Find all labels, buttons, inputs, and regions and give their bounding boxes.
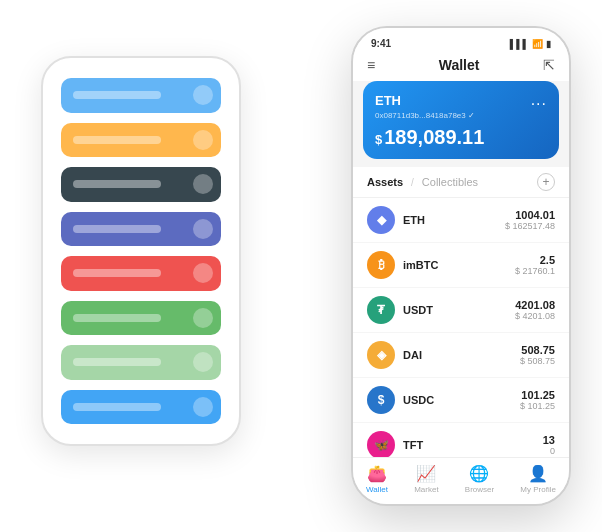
asset-item-imbtc[interactable]: ₿ imBTC 2.5 $ 21760.1	[353, 243, 569, 288]
eth-card-dots[interactable]: ...	[531, 91, 547, 109]
wifi-icon: 📶	[532, 39, 543, 49]
eth-balance: $189,089.11	[375, 126, 547, 149]
imbtc-logo: ₿	[367, 251, 395, 279]
menu-icon[interactable]: ≡	[367, 57, 375, 73]
market-nav-icon: 📈	[416, 464, 436, 483]
eth-amount: 1004.01	[505, 209, 555, 221]
dai-amounts: 508.75 $ 508.75	[520, 344, 555, 366]
dai-amount: 508.75	[520, 344, 555, 356]
browser-nav-icon: 🌐	[469, 464, 489, 483]
asset-item-eth[interactable]: ◆ ETH 1004.01 $ 162517.48	[353, 198, 569, 243]
bg-card-text-4	[73, 225, 161, 233]
market-nav-label: Market	[414, 485, 438, 494]
bg-card-text-5	[73, 269, 161, 277]
tft-logo: 🦋	[367, 431, 395, 457]
bg-card-text-2	[73, 136, 161, 144]
bg-card-8	[61, 390, 221, 425]
asset-item-usdc[interactable]: $ USDC 101.25 $ 101.25	[353, 378, 569, 423]
nav-profile[interactable]: 👤 My Profile	[520, 464, 556, 494]
bg-card-icon-2	[193, 130, 213, 150]
status-bar: 9:41 ▌▌▌ 📶 ▮	[353, 28, 569, 53]
usdc-usd: $ 101.25	[520, 401, 555, 411]
wallet-title: Wallet	[439, 57, 480, 73]
status-icons: ▌▌▌ 📶 ▮	[510, 39, 551, 49]
imbtc-usd: $ 21760.1	[515, 266, 555, 276]
tab-collectibles[interactable]: Collectibles	[422, 176, 478, 188]
bg-card-2	[61, 123, 221, 158]
eth-amounts: 1004.01 $ 162517.48	[505, 209, 555, 231]
nav-browser[interactable]: 🌐 Browser	[465, 464, 494, 494]
bg-card-icon-4	[193, 219, 213, 239]
asset-name-eth: ETH	[403, 214, 505, 226]
bg-card-icon-5	[193, 263, 213, 283]
status-time: 9:41	[371, 38, 391, 49]
asset-list: ◆ ETH 1004.01 $ 162517.48 ₿ imBTC 2.5 $ …	[353, 198, 569, 457]
bg-card-icon-6	[193, 308, 213, 328]
scene: 9:41 ▌▌▌ 📶 ▮ ≡ Wallet ⇱ ETH ... 0x08711d…	[21, 16, 581, 516]
eth-balance-value: 189,089.11	[384, 126, 484, 148]
eth-dollar-sign: $	[375, 132, 382, 147]
asset-name-dai: DAI	[403, 349, 520, 361]
bg-card-icon-3	[193, 174, 213, 194]
tab-divider: /	[411, 177, 414, 188]
eth-card-header: ETH ...	[375, 91, 547, 109]
add-asset-button[interactable]: +	[537, 173, 555, 191]
dai-logo: ◈	[367, 341, 395, 369]
usdt-usd: $ 4201.08	[515, 311, 555, 321]
phone-header: ≡ Wallet ⇱	[353, 53, 569, 81]
asset-name-usdt: USDT	[403, 304, 515, 316]
eth-card[interactable]: ETH ... 0x08711d3b...8418a78e3 ✓ $189,08…	[363, 81, 559, 159]
tft-amounts: 13 0	[543, 434, 555, 456]
usdc-amounts: 101.25 $ 101.25	[520, 389, 555, 411]
bg-card-7	[61, 345, 221, 380]
asset-name-imbtc: imBTC	[403, 259, 515, 271]
eth-usd: $ 162517.48	[505, 221, 555, 231]
bg-card-text-7	[73, 358, 161, 366]
usdt-logo: ₮	[367, 296, 395, 324]
usdt-amount: 4201.08	[515, 299, 555, 311]
wallet-nav-label: Wallet	[366, 485, 388, 494]
bg-card-text-3	[73, 180, 161, 188]
bg-card-text-8	[73, 403, 161, 411]
usdt-amounts: 4201.08 $ 4201.08	[515, 299, 555, 321]
usdc-amount: 101.25	[520, 389, 555, 401]
imbtc-amount: 2.5	[515, 254, 555, 266]
profile-nav-icon: 👤	[528, 464, 548, 483]
tft-amount: 13	[543, 434, 555, 446]
tft-usd: 0	[543, 446, 555, 456]
foreground-phone: 9:41 ▌▌▌ 📶 ▮ ≡ Wallet ⇱ ETH ... 0x08711d…	[351, 26, 571, 506]
bg-card-icon-7	[193, 352, 213, 372]
nav-wallet[interactable]: 👛 Wallet	[366, 464, 388, 494]
expand-icon[interactable]: ⇱	[543, 57, 555, 73]
tab-assets[interactable]: Assets	[367, 176, 403, 188]
eth-address: 0x08711d3b...8418a78e3 ✓	[375, 111, 547, 120]
bg-card-6	[61, 301, 221, 336]
bg-card-4	[61, 212, 221, 247]
usdc-logo: $	[367, 386, 395, 414]
bg-card-text-6	[73, 314, 161, 322]
dai-usd: $ 508.75	[520, 356, 555, 366]
bg-card-icon-8	[193, 397, 213, 417]
signal-icon: ▌▌▌	[510, 39, 529, 49]
assets-header: Assets / Collectibles +	[353, 167, 569, 198]
eth-logo: ◆	[367, 206, 395, 234]
nav-market[interactable]: 📈 Market	[414, 464, 438, 494]
bg-card-text-1	[73, 91, 161, 99]
bg-card-icon-1	[193, 85, 213, 105]
bg-card-1	[61, 78, 221, 113]
background-phone	[41, 56, 241, 446]
bg-card-5	[61, 256, 221, 291]
bg-card-3	[61, 167, 221, 202]
wallet-nav-icon: 👛	[367, 464, 387, 483]
asset-item-usdt[interactable]: ₮ USDT 4201.08 $ 4201.08	[353, 288, 569, 333]
asset-item-tft[interactable]: 🦋 TFT 13 0	[353, 423, 569, 457]
asset-item-dai[interactable]: ◈ DAI 508.75 $ 508.75	[353, 333, 569, 378]
profile-nav-label: My Profile	[520, 485, 556, 494]
browser-nav-label: Browser	[465, 485, 494, 494]
asset-name-usdc: USDC	[403, 394, 520, 406]
assets-tabs: Assets / Collectibles	[367, 176, 478, 188]
asset-name-tft: TFT	[403, 439, 543, 451]
battery-icon: ▮	[546, 39, 551, 49]
imbtc-amounts: 2.5 $ 21760.1	[515, 254, 555, 276]
bottom-nav: 👛 Wallet 📈 Market 🌐 Browser 👤 My Profile	[353, 457, 569, 504]
